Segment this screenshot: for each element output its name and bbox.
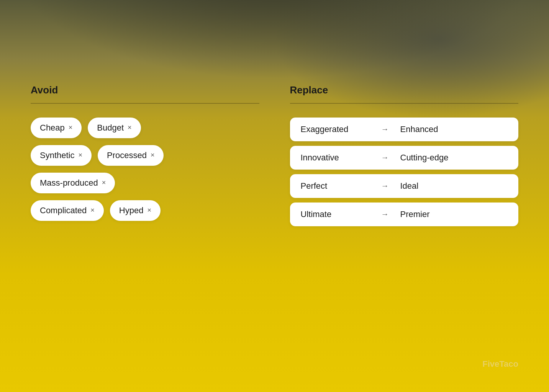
replace-from-ultimate: Ultimate (301, 209, 370, 219)
tags-grid: Cheap × Budget × Synthetic × Processed (31, 118, 259, 221)
replace-to-premier: Premier (400, 209, 430, 219)
tag-mass-produced-x[interactable]: × (102, 179, 106, 187)
content-area: Avoid Cheap × Budget × Synthetic (0, 0, 549, 392)
replace-item-ultimate: Ultimate → Premier (290, 203, 519, 226)
replace-arrow-1: → (370, 125, 400, 134)
replace-to-ideal: Ideal (400, 181, 419, 191)
replace-header: Replace (290, 84, 519, 96)
replace-arrow-2: → (370, 153, 400, 162)
replace-item-perfect: Perfect → Ideal (290, 174, 519, 198)
tag-complicated-label: Complicated (40, 206, 87, 216)
tag-synthetic-x[interactable]: × (79, 151, 83, 159)
tags-row-1: Cheap × Budget × (31, 118, 259, 138)
replace-column: Replace Exaggerated → Enhanced Innovativ… (290, 84, 519, 369)
replace-to-enhanced: Enhanced (400, 124, 438, 134)
tag-hyped-label: Hyped (119, 206, 144, 216)
replace-arrow-3: → (370, 181, 400, 190)
tags-row-2: Synthetic × Processed × (31, 145, 259, 166)
replace-list: Exaggerated → Enhanced Innovative → Cutt… (290, 118, 519, 226)
replace-to-cutting-edge: Cutting-edge (400, 153, 449, 163)
tags-row-4: Complicated × Hyped × (31, 200, 259, 221)
tag-cheap-x[interactable]: × (69, 124, 73, 132)
tag-complicated-x[interactable]: × (90, 206, 95, 214)
tag-processed-label: Processed (107, 150, 147, 160)
tag-budget[interactable]: Budget × (88, 118, 141, 138)
tag-processed[interactable]: Processed × (98, 145, 164, 166)
replace-item-exaggerated: Exaggerated → Enhanced (290, 118, 519, 141)
tag-cheap-label: Cheap (40, 123, 65, 133)
tag-synthetic[interactable]: Synthetic × (31, 145, 92, 166)
tag-budget-label: Budget (97, 123, 124, 133)
tag-budget-x[interactable]: × (128, 124, 132, 132)
tag-mass-produced-label: Mass-produced (40, 178, 98, 188)
avoid-divider (31, 103, 259, 104)
tag-synthetic-label: Synthetic (40, 150, 75, 160)
tag-hyped[interactable]: Hyped × (110, 200, 161, 221)
tag-hyped-x[interactable]: × (147, 206, 151, 214)
tag-complicated[interactable]: Complicated × (31, 200, 104, 221)
replace-from-perfect: Perfect (301, 181, 370, 191)
replace-from-innovative: Innovative (301, 153, 370, 163)
replace-arrow-4: → (370, 210, 400, 219)
tag-mass-produced[interactable]: Mass-produced × (31, 173, 115, 193)
main-area: Avoid Cheap × Budget × Synthetic (31, 84, 518, 369)
tags-row-3: Mass-produced × (31, 173, 259, 193)
replace-item-innovative: Innovative → Cutting-edge (290, 146, 519, 170)
replace-from-exaggerated: Exaggerated (301, 124, 370, 134)
avoid-header: Avoid (31, 84, 259, 96)
tag-processed-x[interactable]: × (151, 151, 155, 159)
avoid-column: Avoid Cheap × Budget × Synthetic (31, 84, 259, 369)
tag-cheap[interactable]: Cheap × (31, 118, 82, 138)
replace-divider (290, 103, 519, 104)
